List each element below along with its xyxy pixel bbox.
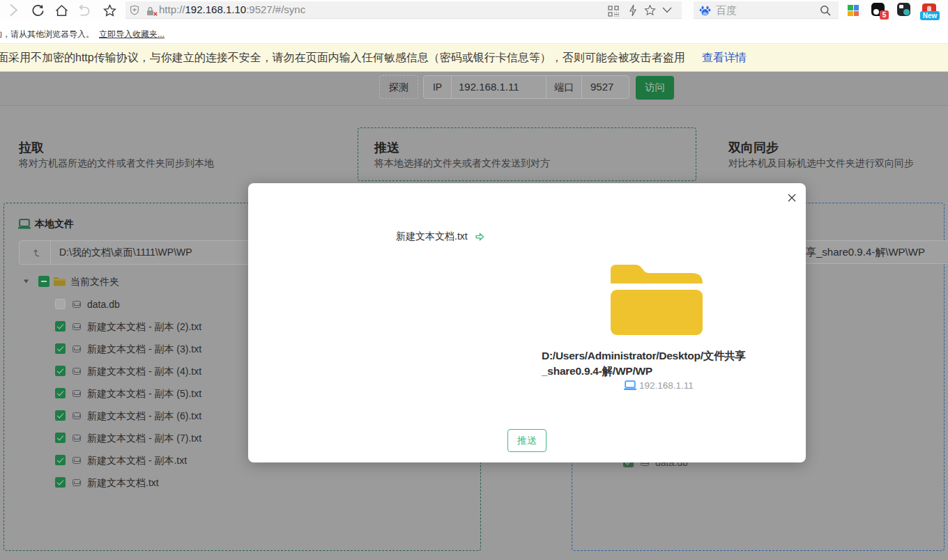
svg-text:du: du <box>703 11 708 15</box>
